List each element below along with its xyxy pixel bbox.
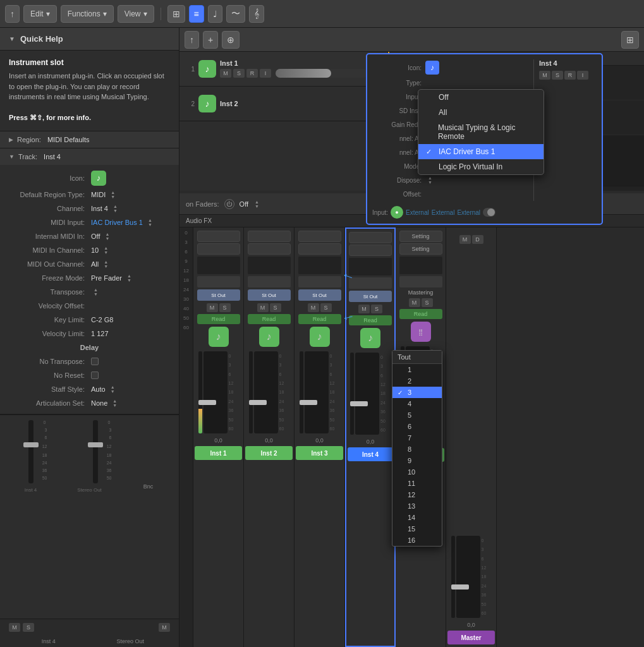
inst2-sends[interactable]	[248, 276, 291, 287]
wave-view-button[interactable]: 〜	[226, 5, 245, 23]
back-button[interactable]: ↑	[5, 5, 20, 23]
inst2-insert-1[interactable]	[248, 231, 291, 242]
tout-14[interactable]: 14	[392, 512, 442, 523]
stereo-sends[interactable]	[399, 276, 442, 287]
inst1-r-btn[interactable]: R	[246, 69, 258, 78]
inst1-volume-slider[interactable]	[276, 69, 368, 78]
duplicate-btn[interactable]: ⊕	[222, 31, 240, 49]
quick-help-header[interactable]: ▼ Quick Help	[0, 28, 179, 51]
midi-out-stepper[interactable]: ▲ ▼	[104, 260, 108, 269]
fader-thumb-1[interactable]	[23, 442, 39, 447]
dropdown-logic-virtual[interactable]: Logic Pro Virtual In	[418, 159, 544, 174]
stereo-ch-m[interactable]: M	[409, 298, 420, 307]
inst1-io[interactable]: St Out	[197, 289, 240, 301]
inst1-eq[interactable]	[197, 257, 240, 274]
track-icon[interactable]: ♪	[91, 171, 106, 186]
midi-in-channel-stepper[interactable]: ▲ ▼	[104, 246, 108, 255]
inst4-ch-icon[interactable]: ♪	[360, 328, 380, 348]
transpose-stepper[interactable]: ▲ ▼	[94, 287, 98, 296]
view-menu[interactable]: View ▾	[118, 5, 154, 23]
inst1-fader-thumb[interactable]	[198, 400, 216, 405]
no-reset-checkbox[interactable]	[91, 372, 99, 379]
inst2-ch-icon[interactable]: ♪	[259, 327, 279, 347]
popup-m-btn[interactable]: M	[539, 71, 550, 80]
inst4-insert-1[interactable]	[349, 232, 392, 243]
master-d-btn[interactable]: D	[472, 235, 483, 244]
inst1-read[interactable]: Read	[197, 314, 240, 324]
link-toggle[interactable]	[483, 208, 495, 217]
inst2-fader-thumb[interactable]	[249, 400, 267, 405]
master-name-bar[interactable]: Master	[447, 631, 495, 644]
fader-thumb-2[interactable]	[88, 442, 103, 447]
tout-1[interactable]: 1	[392, 364, 442, 375]
stereo-ch-icon[interactable]: ⣿	[411, 322, 431, 342]
stereo-setting1[interactable]: Setting	[399, 231, 442, 242]
inst4-ch-s[interactable]: S	[371, 305, 382, 313]
midi-input-value[interactable]: IAC Driver Bus 1 ▲ ▼	[91, 218, 170, 227]
master-fader[interactable]	[456, 536, 480, 618]
tout-10[interactable]: 10	[392, 466, 442, 478]
add-track-btn[interactable]: +	[203, 31, 218, 49]
inst1-ch-icon[interactable]: ♪	[209, 327, 229, 347]
edit-menu[interactable]: Edit ▾	[23, 5, 57, 23]
inst4-sends[interactable]	[349, 277, 392, 289]
inst3-io[interactable]: St Out	[298, 289, 341, 301]
inst2-ch-m[interactable]: M	[257, 303, 269, 312]
popup-i-btn[interactable]: I	[577, 71, 588, 80]
inst2-ch-s[interactable]: S	[270, 303, 281, 312]
inst3-fader-thumb[interactable]	[300, 400, 317, 405]
inst3-insert-1[interactable]	[298, 231, 341, 242]
inst1-icon[interactable]: ♪	[198, 60, 216, 78]
tout-6[interactable]: 6	[392, 421, 442, 432]
popup-icon[interactable]: ♪	[425, 61, 439, 75]
stereo-ch-s[interactable]: S	[422, 298, 433, 307]
tout-12[interactable]: 12	[392, 489, 442, 500]
inst2-eq[interactable]	[248, 257, 291, 274]
tout-15[interactable]: 15	[392, 523, 442, 535]
inst2-track-header[interactable]: 2 ♪ Inst 2	[179, 87, 387, 121]
inst1-insert-1[interactable]	[197, 231, 240, 242]
inst3-eq[interactable]	[298, 257, 341, 274]
inst1-track-header[interactable]: 1 ♪ Inst 1 M S R I	[179, 52, 387, 87]
stereo-setting2[interactable]: Setting	[399, 243, 442, 255]
inst4-fader-thumb[interactable]	[350, 401, 368, 406]
internal-midi-stepper[interactable]: ▲ ▼	[105, 232, 109, 241]
fader-track-1[interactable]: 0 3 6 12 18 24 36 50	[28, 420, 33, 483]
tout-3[interactable]: ✓3	[392, 387, 442, 398]
articulation-stepper[interactable]: ▲ ▼	[112, 399, 117, 408]
functions-menu[interactable]: Functions ▾	[61, 5, 114, 23]
inst3-name-bar[interactable]: Inst 3	[296, 446, 343, 460]
tout-4[interactable]: 4	[392, 398, 442, 409]
inst4-name-bar[interactable]: Inst 4	[348, 447, 393, 461]
m-button-bottom2[interactable]: M	[159, 623, 170, 632]
popup-dispose-stepper[interactable]: ▲ ▼	[428, 176, 432, 184]
inst1-s-btn[interactable]: S	[233, 69, 245, 78]
channel-stepper[interactable]: ▲ ▼	[113, 204, 118, 213]
inst3-sends[interactable]	[298, 276, 341, 287]
inst1-ch-s[interactable]: S	[219, 303, 231, 312]
inst4-insert-2[interactable]	[349, 245, 392, 256]
inst4-ch-m[interactable]: M	[358, 305, 370, 313]
tout-11[interactable]: 11	[392, 478, 442, 489]
inst2-fader[interactable]	[254, 351, 278, 433]
m-button-bottom[interactable]: M	[9, 623, 20, 632]
piano-view-button[interactable]: ♩	[208, 5, 222, 23]
tout-9[interactable]: 9	[392, 455, 442, 466]
inst3-ch-m[interactable]: M	[308, 303, 319, 312]
tout-13[interactable]: 13	[392, 500, 442, 512]
midi-input-stepper[interactable]: ▲ ▼	[148, 218, 152, 227]
inst1-i-btn[interactable]: I	[260, 69, 271, 78]
tout-7[interactable]: 7	[392, 432, 442, 444]
dropdown-all[interactable]: All	[418, 105, 544, 120]
inst3-ch-icon[interactable]: ♪	[310, 327, 330, 347]
s-button-bottom[interactable]: S	[23, 623, 34, 632]
inst2-name-bar[interactable]: Inst 2	[245, 446, 293, 460]
score-view-button[interactable]: 𝄞	[249, 5, 264, 23]
inst3-read[interactable]: Read	[298, 314, 341, 324]
inst1-name-bar[interactable]: Inst 1	[195, 446, 242, 460]
mixer-power-btn[interactable]: ⏻	[224, 199, 234, 209]
inst3-fader[interactable]	[305, 351, 329, 433]
inst1-sends[interactable]	[197, 276, 240, 287]
stereo-read[interactable]: Read	[399, 309, 442, 319]
staff-style-stepper[interactable]: ▲ ▼	[111, 385, 115, 394]
